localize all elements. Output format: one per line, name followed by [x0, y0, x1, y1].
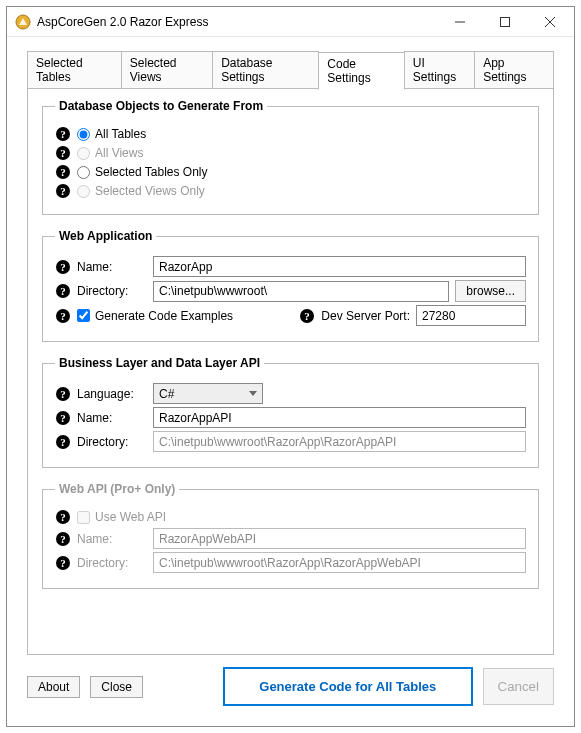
biz-dir-label: Directory:: [77, 435, 147, 449]
biz-dir-input: [153, 431, 526, 452]
group-web-app-legend: Web Application: [55, 229, 156, 243]
biz-name-input[interactable]: [153, 407, 526, 428]
tab-database-settings[interactable]: Database Settings: [212, 51, 319, 88]
webapp-dir-input[interactable]: [153, 281, 449, 302]
svg-text:?: ?: [60, 533, 66, 545]
footer: About Close Generate Code for All Tables…: [27, 667, 554, 706]
group-business-layer-legend: Business Layer and Data Layer API: [55, 356, 264, 370]
help-icon[interactable]: ?: [55, 283, 71, 299]
gen-examples-checkbox[interactable]: Generate Code Examples: [77, 309, 233, 323]
help-icon[interactable]: ?: [55, 434, 71, 450]
help-icon[interactable]: ?: [55, 410, 71, 426]
window-controls: [437, 7, 572, 36]
generate-button[interactable]: Generate Code for All Tables: [223, 667, 472, 706]
group-web-api-legend: Web API (Pro+ Only): [55, 482, 179, 496]
svg-text:?: ?: [305, 310, 311, 322]
webapi-name-input: [153, 528, 526, 549]
radio-selected-tables[interactable]: Selected Tables Only: [77, 165, 208, 179]
window-title: AspCoreGen 2.0 Razor Express: [37, 15, 437, 29]
svg-rect-2: [500, 17, 509, 26]
tab-ui-settings[interactable]: UI Settings: [404, 51, 475, 88]
svg-text:?: ?: [60, 166, 66, 178]
close-button[interactable]: Close: [90, 676, 143, 698]
group-web-app: Web Application ? Name: ? Directory: bro…: [42, 229, 539, 342]
webapi-name-label: Name:: [77, 532, 147, 546]
svg-text:?: ?: [60, 412, 66, 424]
dev-port-input[interactable]: [416, 305, 526, 326]
help-icon[interactable]: ?: [55, 259, 71, 275]
tab-selected-views[interactable]: Selected Views: [121, 51, 213, 88]
help-icon[interactable]: ?: [55, 164, 71, 180]
webapp-dir-label: Directory:: [77, 284, 147, 298]
webapp-name-label: Name:: [77, 260, 147, 274]
app-window: AspCoreGen 2.0 Razor Express Selected Ta…: [6, 6, 575, 727]
biz-lang-select[interactable]: [153, 383, 263, 404]
about-button[interactable]: About: [27, 676, 80, 698]
close-window-button[interactable]: [527, 7, 572, 36]
group-db-objects-legend: Database Objects to Generate From: [55, 99, 267, 113]
svg-text:?: ?: [60, 147, 66, 159]
help-icon[interactable]: ?: [55, 386, 71, 402]
svg-text:?: ?: [60, 388, 66, 400]
tab-app-settings[interactable]: App Settings: [474, 51, 554, 88]
biz-lang-label: Language:: [77, 387, 147, 401]
svg-text:?: ?: [60, 557, 66, 569]
help-icon[interactable]: ?: [299, 308, 315, 324]
svg-text:?: ?: [60, 310, 66, 322]
browse-button[interactable]: browse...: [455, 280, 526, 302]
help-icon[interactable]: ?: [55, 183, 71, 199]
svg-text:?: ?: [60, 436, 66, 448]
svg-text:?: ?: [60, 261, 66, 273]
svg-text:?: ?: [60, 185, 66, 197]
radio-selected-views: Selected Views Only: [77, 184, 205, 198]
group-web-api: Web API (Pro+ Only) ? Use Web API ? Name…: [42, 482, 539, 589]
app-icon: [15, 14, 31, 30]
minimize-button[interactable]: [437, 7, 482, 36]
dev-port-label: Dev Server Port:: [321, 309, 410, 323]
help-icon[interactable]: ?: [55, 509, 71, 525]
client-area: Selected Tables Selected Views Database …: [7, 37, 574, 726]
maximize-button[interactable]: [482, 7, 527, 36]
radio-all-views: All Views: [77, 146, 143, 160]
tab-panel-code-settings: Database Objects to Generate From ? All …: [27, 88, 554, 655]
svg-text:?: ?: [60, 511, 66, 523]
webapi-dir-input: [153, 552, 526, 573]
group-db-objects: Database Objects to Generate From ? All …: [42, 99, 539, 215]
webapp-name-input[interactable]: [153, 256, 526, 277]
tab-strip: Selected Tables Selected Views Database …: [27, 51, 554, 88]
titlebar: AspCoreGen 2.0 Razor Express: [7, 7, 574, 37]
radio-all-tables[interactable]: All Tables: [77, 127, 146, 141]
biz-name-label: Name:: [77, 411, 147, 425]
help-icon[interactable]: ?: [55, 145, 71, 161]
group-business-layer: Business Layer and Data Layer API ? Lang…: [42, 356, 539, 468]
svg-text:?: ?: [60, 128, 66, 140]
help-icon[interactable]: ?: [55, 308, 71, 324]
cancel-button: Cancel: [483, 668, 555, 705]
use-web-api-checkbox: Use Web API: [77, 510, 166, 524]
help-icon[interactable]: ?: [55, 126, 71, 142]
webapi-dir-label: Directory:: [77, 556, 147, 570]
help-icon[interactable]: ?: [55, 555, 71, 571]
svg-text:?: ?: [60, 285, 66, 297]
tab-selected-tables[interactable]: Selected Tables: [27, 51, 122, 88]
help-icon[interactable]: ?: [55, 531, 71, 547]
tab-code-settings[interactable]: Code Settings: [318, 52, 405, 90]
